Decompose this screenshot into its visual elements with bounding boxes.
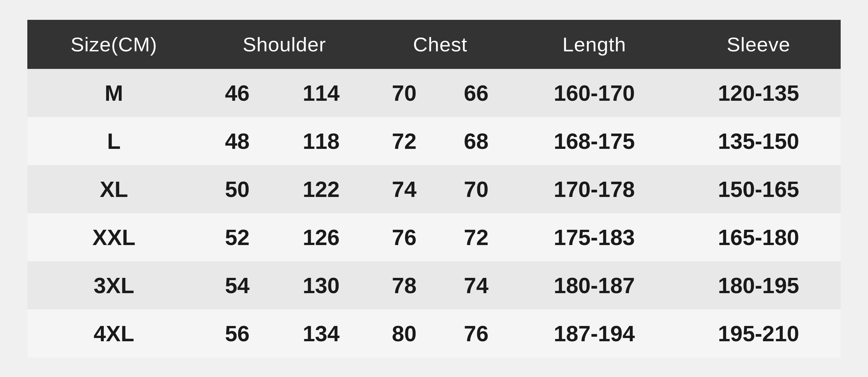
table-cell: 168-175 — [512, 117, 676, 165]
table-cell: XL — [27, 165, 200, 213]
table-cell: 160-170 — [512, 69, 676, 117]
header-length: Length — [512, 20, 676, 69]
table-cell: L — [27, 117, 200, 165]
table-cell: 118 — [274, 117, 368, 165]
table-cell: 52 — [200, 213, 274, 261]
size-chart-container: Size(CM) Shoulder Chest Length Sleeve M4… — [0, 0, 868, 377]
table-cell: 56 — [200, 309, 274, 357]
table-cell: 170-178 — [512, 165, 676, 213]
table-cell: 48 — [200, 117, 274, 165]
table-cell: 74 — [368, 165, 440, 213]
table-cell: 134 — [274, 309, 368, 357]
table-cell: 78 — [368, 261, 440, 309]
header-chest1: Chest — [368, 20, 512, 69]
table-cell: 4XL — [27, 309, 200, 357]
table-header-row: Size(CM) Shoulder Chest Length Sleeve — [27, 20, 841, 69]
table-cell: 122 — [274, 165, 368, 213]
table-cell: 180-187 — [512, 261, 676, 309]
table-cell: 195-210 — [676, 309, 841, 357]
table-row: XL501227470170-178150-165 — [27, 165, 841, 213]
table-cell: 80 — [368, 309, 440, 357]
table-cell: 72 — [368, 117, 440, 165]
size-chart-table: Size(CM) Shoulder Chest Length Sleeve M4… — [27, 20, 841, 357]
table-row: M461147066160-170120-135 — [27, 69, 841, 117]
table-cell: 46 — [200, 69, 274, 117]
table-cell: 76 — [368, 213, 440, 261]
table-cell: 150-165 — [676, 165, 841, 213]
table-row: 4XL561348076187-194195-210 — [27, 309, 841, 357]
table-cell: 180-195 — [676, 261, 841, 309]
table-cell: 126 — [274, 213, 368, 261]
table-cell: 175-183 — [512, 213, 676, 261]
header-shoulder1: Shoulder — [200, 20, 368, 69]
table-cell: 3XL — [27, 261, 200, 309]
table-cell: 54 — [200, 261, 274, 309]
table-cell: 165-180 — [676, 213, 841, 261]
table-row: XXL521267672175-183165-180 — [27, 213, 841, 261]
table-cell: XXL — [27, 213, 200, 261]
table-cell: 74 — [440, 261, 512, 309]
table-cell: 114 — [274, 69, 368, 117]
table-cell: 50 — [200, 165, 274, 213]
table-cell: 130 — [274, 261, 368, 309]
table-cell: 72 — [440, 213, 512, 261]
table-cell: 76 — [440, 309, 512, 357]
table-cell: 70 — [440, 165, 512, 213]
header-sleeve: Sleeve — [676, 20, 841, 69]
table-cell: 70 — [368, 69, 440, 117]
table-cell: 120-135 — [676, 69, 841, 117]
table-cell: 66 — [440, 69, 512, 117]
table-row: L481187268168-175135-150 — [27, 117, 841, 165]
table-cell: 135-150 — [676, 117, 841, 165]
table-cell: M — [27, 69, 200, 117]
table-cell: 68 — [440, 117, 512, 165]
table-cell: 187-194 — [512, 309, 676, 357]
table-row: 3XL541307874180-187180-195 — [27, 261, 841, 309]
header-size: Size(CM) — [27, 20, 200, 69]
